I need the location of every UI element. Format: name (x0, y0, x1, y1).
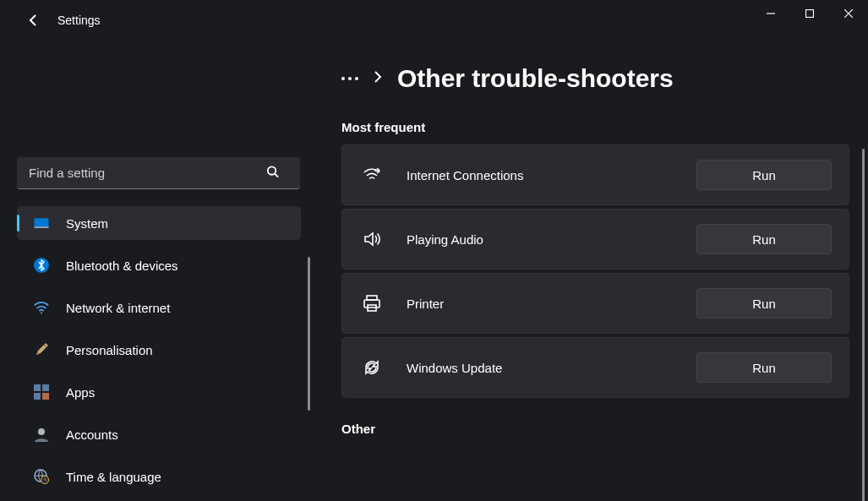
printer-icon (361, 292, 383, 314)
troubleshooter-playing-audio: Playing Audio Run (341, 209, 849, 270)
troubleshooter-windows-update: Windows Update Run (341, 337, 849, 398)
svg-rect-6 (34, 384, 41, 391)
troubleshooter-printer: Printer Run (341, 273, 849, 334)
troubleshooter-label: Printer (407, 297, 696, 311)
svg-rect-7 (42, 384, 49, 391)
wifi-icon (32, 298, 51, 317)
sidebar: System Bluetooth & devices Network & int… (0, 41, 313, 501)
section-label-other: Other (341, 422, 849, 436)
svg-point-10 (38, 428, 45, 435)
globe-clock-icon (32, 467, 51, 486)
svg-rect-14 (364, 300, 379, 308)
run-button-windows-update[interactable]: Run (696, 352, 832, 383)
wifi-arrow-icon (361, 164, 383, 186)
svg-point-5 (41, 312, 42, 313)
svg-rect-9 (42, 393, 49, 400)
sync-icon (361, 357, 383, 378)
bluetooth-icon (32, 256, 51, 275)
sidebar-item-label: Time & language (66, 470, 161, 484)
troubleshooter-label: Internet Connections (407, 168, 696, 182)
sidebar-item-bluetooth[interactable]: Bluetooth & devices (17, 248, 301, 282)
minimize-button[interactable] (751, 0, 790, 27)
sidebar-item-label: Personalisation (66, 343, 153, 357)
troubleshooter-label: Playing Audio (407, 232, 696, 247)
sidebar-item-apps[interactable]: Apps (17, 375, 301, 409)
page-title: Other trouble-shooters (397, 64, 674, 93)
close-button[interactable] (829, 0, 868, 27)
sidebar-item-network[interactable]: Network & internet (17, 291, 301, 324)
speaker-icon (361, 228, 383, 250)
apps-icon (32, 383, 51, 401)
svg-point-1 (268, 166, 276, 174)
sidebar-item-label: System (66, 216, 108, 231)
run-button-printer[interactable]: Run (696, 288, 832, 319)
svg-rect-0 (806, 10, 814, 18)
back-button[interactable] (17, 3, 51, 37)
troubleshooter-label: Windows Update (407, 361, 696, 375)
search-icon (266, 166, 279, 182)
troubleshooter-internet-connections: Internet Connections Run (341, 144, 849, 205)
svg-rect-2 (34, 218, 48, 227)
main-scrollbar[interactable] (862, 149, 865, 501)
brush-icon (32, 340, 51, 359)
sidebar-item-system[interactable]: System (17, 206, 301, 240)
breadcrumb-more-icon[interactable] (341, 77, 358, 80)
sidebar-item-label: Bluetooth & devices (66, 259, 178, 273)
chevron-right-icon (374, 71, 382, 86)
svg-rect-8 (34, 393, 41, 400)
monitor-icon (32, 214, 51, 232)
search-field[interactable] (17, 157, 306, 189)
breadcrumb: Other trouble-shooters (341, 64, 849, 93)
run-button-internet[interactable]: Run (696, 160, 832, 190)
sidebar-item-label: Accounts (66, 427, 118, 442)
sidebar-nav: System Bluetooth & devices Network & int… (17, 206, 301, 493)
main-content: Other trouble-shooters Most frequent Int… (313, 41, 868, 501)
maximize-button[interactable] (790, 0, 829, 27)
run-button-audio[interactable]: Run (696, 224, 832, 254)
sidebar-item-time-language[interactable]: Time & language (17, 460, 301, 493)
svg-rect-3 (34, 227, 48, 228)
app-title: Settings (57, 14, 101, 27)
sidebar-item-personalisation[interactable]: Personalisation (17, 333, 301, 367)
section-label-most-frequent: Most frequent (341, 120, 849, 134)
titlebar: Settings (0, 0, 868, 41)
sidebar-item-accounts[interactable]: Accounts (17, 417, 301, 451)
sidebar-item-label: Network & internet (66, 301, 170, 315)
sidebar-scrollbar[interactable] (308, 257, 310, 411)
sidebar-item-label: Apps (66, 385, 95, 400)
search-input[interactable] (17, 157, 300, 189)
window-controls (751, 0, 868, 27)
account-icon (32, 425, 51, 444)
